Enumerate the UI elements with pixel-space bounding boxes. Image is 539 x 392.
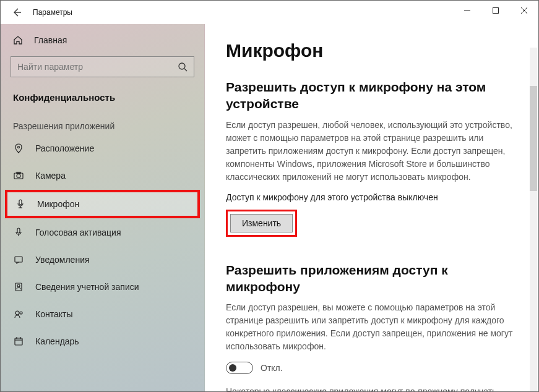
sidebar-group-label: Разрешения приложений bbox=[1, 111, 204, 135]
account-icon bbox=[13, 281, 24, 292]
close-button[interactable] bbox=[510, 1, 538, 20]
section3-body: Некоторые классические приложения могут … bbox=[226, 385, 517, 391]
location-icon bbox=[13, 143, 24, 154]
sidebar: Главная Конфиденциальность Разрешения пр… bbox=[1, 24, 205, 391]
sidebar-item-camera[interactable]: Камера bbox=[1, 162, 204, 189]
search-icon bbox=[178, 62, 188, 72]
microphone-icon bbox=[15, 198, 26, 210]
sidebar-item-microphone[interactable]: Микрофон bbox=[6, 190, 199, 218]
sidebar-item-label: Сведения учетной записи bbox=[35, 282, 139, 292]
sidebar-item-label: Расположение bbox=[35, 143, 94, 153]
sidebar-item-location[interactable]: Расположение bbox=[1, 135, 204, 162]
search-input-container[interactable] bbox=[11, 56, 194, 77]
sidebar-item-label: Микрофон bbox=[37, 199, 79, 209]
svg-point-18 bbox=[15, 311, 19, 315]
section3-text: Некоторые классические приложения могут … bbox=[226, 386, 496, 391]
svg-rect-20 bbox=[15, 338, 22, 345]
page-title: Микрофон bbox=[226, 40, 517, 61]
section2-heading: Разрешить приложениям доступ к микрофону bbox=[226, 262, 517, 296]
home-nav[interactable]: Главная bbox=[1, 30, 204, 50]
svg-rect-1 bbox=[493, 8, 499, 14]
section2-body: Если доступ разрешен, вы можете с помощь… bbox=[226, 301, 517, 353]
sidebar-item-label: Камера bbox=[35, 171, 66, 181]
svg-rect-10 bbox=[19, 200, 22, 205]
main-content: Микрофон Разрешить доступ к микрофону на… bbox=[205, 24, 538, 391]
svg-point-17 bbox=[17, 284, 20, 287]
section1-heading: Разрешить доступ к микрофону на этом уст… bbox=[226, 79, 517, 113]
highlight-annotation: Изменить bbox=[226, 210, 297, 237]
section1-body: Если доступ разрешен, любой человек, исп… bbox=[226, 119, 517, 184]
svg-rect-15 bbox=[15, 257, 22, 262]
device-access-status: Доступ к микрофону для этого устройства … bbox=[226, 192, 517, 202]
notifications-icon bbox=[13, 254, 24, 265]
sidebar-item-label: Уведомления bbox=[35, 255, 90, 265]
sidebar-item-account-info[interactable]: Сведения учетной записи bbox=[1, 273, 204, 300]
svg-point-19 bbox=[20, 312, 22, 314]
svg-point-6 bbox=[18, 147, 20, 148]
app-access-toggle[interactable] bbox=[226, 362, 253, 374]
svg-point-8 bbox=[17, 174, 20, 178]
home-icon bbox=[13, 35, 23, 45]
change-button[interactable]: Изменить bbox=[230, 214, 293, 232]
maximize-button[interactable] bbox=[481, 1, 510, 20]
svg-line-5 bbox=[184, 69, 187, 71]
sidebar-item-label: Голосовая активация bbox=[35, 228, 121, 237]
contacts-icon bbox=[13, 309, 24, 320]
window-title: Параметры bbox=[33, 8, 72, 17]
svg-point-4 bbox=[179, 63, 185, 69]
sidebar-item-label: Контакты bbox=[35, 309, 72, 319]
home-label: Главная bbox=[34, 35, 67, 45]
back-button[interactable] bbox=[8, 4, 25, 21]
camera-icon bbox=[13, 170, 24, 181]
sidebar-item-notifications[interactable]: Уведомления bbox=[1, 246, 204, 273]
search-input[interactable] bbox=[17, 62, 153, 72]
toggle-state-label: Откл. bbox=[261, 363, 283, 373]
sidebar-item-calendar[interactable]: Календарь bbox=[1, 328, 204, 355]
sidebar-section-title: Конфиденциальность bbox=[1, 88, 204, 111]
sidebar-item-label: Календарь bbox=[35, 336, 79, 346]
sidebar-item-voice-activation[interactable]: Голосовая активация bbox=[1, 219, 204, 246]
sidebar-item-contacts[interactable]: Контакты bbox=[1, 300, 204, 328]
voice-icon bbox=[13, 227, 24, 238]
calendar-icon bbox=[13, 336, 24, 347]
svg-rect-13 bbox=[17, 228, 20, 233]
minimize-button[interactable] bbox=[453, 1, 481, 20]
scrollbar-thumb[interactable] bbox=[530, 86, 537, 191]
